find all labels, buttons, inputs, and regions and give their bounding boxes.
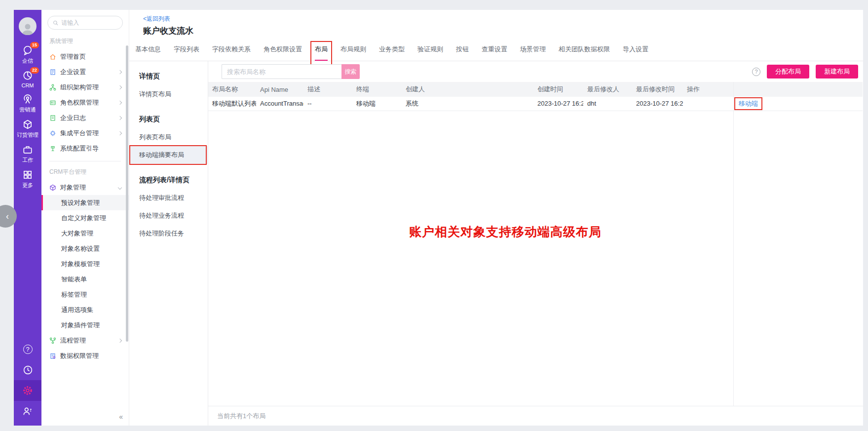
tab-validation-rules[interactable]: 验证规则 — [417, 38, 443, 61]
tab-field-list[interactable]: 字段列表 — [174, 38, 199, 61]
tab-layout-rules[interactable]: 布局规则 — [340, 38, 366, 61]
rail-item-qixin[interactable]: 15 企信 — [14, 42, 41, 67]
sidebar-item-smart-forms[interactable]: 智能表单 — [41, 272, 129, 287]
sidebar-search-input[interactable] — [61, 19, 117, 26]
cell-actions: 移动端 — [683, 97, 863, 111]
rail-item-label: 更多 — [22, 182, 33, 189]
sidebar-search[interactable] — [47, 16, 123, 30]
help-icon: ? — [23, 345, 33, 354]
rail-item-label: 企信 — [22, 57, 33, 65]
sidebar-item-data-permissions[interactable]: 数据权限管理 — [41, 348, 129, 363]
chevron-right-icon — [118, 100, 122, 104]
rail-item-crm[interactable]: 22 CRM — [14, 67, 41, 91]
annotation-box-mobile-action: 移动端 — [734, 97, 762, 110]
panel-item-detail-layout[interactable]: 详情页布局 — [129, 85, 208, 103]
building-icon — [49, 69, 56, 76]
cell-description: -- — [303, 97, 352, 111]
tab-buttons[interactable]: 按钮 — [456, 38, 469, 61]
person-silhouette-icon — [21, 22, 35, 35]
sidebar-item-flow-management[interactable]: 流程管理 — [41, 333, 129, 348]
tab-layout[interactable]: 布局 — [315, 38, 328, 61]
help-circle-icon[interactable]: ? — [752, 68, 760, 76]
rail-item-ordering[interactable]: 订货管理 — [14, 116, 41, 141]
sidebar-collapse-button[interactable]: « — [119, 413, 123, 421]
rail-item-label: 工作 — [22, 157, 33, 164]
rail-item-marketing[interactable]: 营销通 — [14, 91, 41, 116]
chevron-right-icon — [118, 85, 122, 89]
search-icon — [53, 20, 58, 26]
signpost-icon — [49, 145, 56, 152]
chevron-right-icon — [118, 116, 122, 119]
panel-item-pending-approval-flow[interactable]: 待处理审批流程 — [129, 189, 208, 207]
chevron-right-icon — [118, 131, 122, 135]
column-header-creator: 创建人 — [402, 82, 533, 97]
sidebar-item-tag-management[interactable]: 标签管理 — [41, 287, 129, 302]
sidebar-item-admin-home[interactable]: 管理首页 — [41, 49, 129, 64]
tab-dedup-settings[interactable]: 查重设置 — [482, 38, 507, 61]
panel-group-list-page: 列表页 — [129, 111, 208, 128]
table-footer: 当前共有1个布局 — [208, 406, 863, 426]
app-rail: 15 企信 22 CRM 营销通 订货管理 — [14, 10, 41, 426]
broadcast-icon — [22, 94, 33, 105]
panel-item-mobile-summary-layout[interactable]: 移动端摘要布局 — [129, 146, 208, 164]
column-header-layout-name: 布局名称 — [208, 82, 256, 97]
panel-item-pending-stage-task[interactable]: 待处理阶段任务 — [129, 225, 208, 242]
cell-created-time: 2023-10-27 16:29 — [533, 97, 583, 111]
panel-item-list-layout[interactable]: 列表页布局 — [129, 128, 208, 146]
assign-layout-button[interactable]: 分配布局 — [767, 65, 809, 78]
back-to-list-link[interactable]: <返回列表 — [143, 10, 170, 23]
sidebar-item-preset-objects[interactable]: 预设对象管理 — [41, 195, 129, 210]
sidebar-item-enterprise-log[interactable]: 企业日志 — [41, 110, 129, 125]
home-icon — [49, 53, 56, 60]
rail-item-work[interactable]: 工作 — [14, 141, 41, 166]
sidebar-item-org-structure[interactable]: 组织架构管理 — [41, 79, 129, 95]
history-button[interactable] — [14, 359, 41, 380]
sidebar-item-custom-objects[interactable]: 自定义对象管理 — [41, 210, 129, 226]
sidebar-item-big-objects[interactable]: 大对象管理 — [41, 226, 129, 241]
chip-icon — [49, 130, 56, 137]
mobile-action-link[interactable]: 移动端 — [739, 100, 758, 107]
tab-field-dependency[interactable]: 字段依赖关系 — [212, 38, 251, 61]
tab-business-type[interactable]: 业务类型 — [379, 38, 405, 61]
sidebar-item-object-templates[interactable]: 对象模板管理 — [41, 256, 129, 272]
column-header-modified-time: 最后修改时间 — [632, 82, 683, 97]
column-header-modifier: 最后修改人 — [583, 82, 632, 97]
sidebar-item-object-naming[interactable]: 对象名称设置 — [41, 241, 129, 256]
sidebar-item-object-management[interactable]: 对象管理 — [41, 180, 129, 195]
table-row: 移动端默认列表页 AccountTransactionFl... -- 移动端 … — [208, 97, 863, 111]
sidebar-item-role-permissions[interactable]: 角色权限管理 — [41, 95, 129, 110]
sidebar-item-object-plugins[interactable]: 对象插件管理 — [41, 317, 129, 333]
help-button[interactable]: ? — [14, 339, 41, 359]
rail-item-label: CRM — [21, 82, 34, 88]
tab-related-team-permissions[interactable]: 相关团队数据权限 — [559, 38, 610, 61]
sidebar-item-integration-platform[interactable]: 集成平台管理 — [41, 125, 129, 141]
org-tree-icon — [49, 84, 56, 91]
page-title: 账户收支流水 — [143, 25, 863, 37]
sidebar-item-system-config-guide[interactable]: 系统配置引导 — [41, 141, 129, 156]
admin-contacts-button[interactable] — [14, 401, 41, 422]
chevron-right-icon — [118, 338, 122, 342]
layout-table: 布局名称 Api Name 描述 终端 创建人 创建时间 最后修改人 最后修改时… — [208, 82, 863, 111]
rail-item-label: 营销通 — [20, 106, 36, 114]
search-button[interactable]: 搜索 — [341, 64, 360, 79]
rail-item-label: 订货管理 — [17, 131, 38, 139]
sidebar-item-enterprise-settings[interactable]: 企业设置 — [41, 64, 129, 79]
tab-import-settings[interactable]: 导入设置 — [623, 38, 648, 61]
settings-button[interactable] — [14, 380, 41, 401]
tab-scene-management[interactable]: 场景管理 — [520, 38, 546, 61]
panel-item-pending-business-flow[interactable]: 待处理业务流程 — [129, 207, 208, 225]
create-layout-button[interactable]: 新建布局 — [816, 65, 858, 78]
sidebar-scrollbar[interactable] — [126, 45, 128, 342]
object-header: <返回列表 账户收支流水 — [129, 10, 863, 38]
layout-type-panel: 详情页 详情页布局 列表页 列表页布局 移动端摘要布局 流程列表/详情页 待处理… — [129, 61, 208, 426]
sidebar-item-common-option-sets[interactable]: 通用选项集 — [41, 302, 129, 317]
rail-item-more[interactable]: 更多 — [14, 166, 41, 192]
tab-basic-info[interactable]: 基本信息 — [135, 38, 161, 61]
cell-terminal: 移动端 — [352, 97, 402, 111]
avatar[interactable] — [19, 17, 37, 35]
panel-group-detail-page: 详情页 — [129, 68, 208, 85]
tab-role-permission[interactable]: 角色权限设置 — [264, 38, 302, 61]
object-cube-icon — [49, 184, 56, 191]
app-window: 15 企信 22 CRM 营销通 订货管理 — [14, 10, 863, 426]
layout-search-input[interactable] — [222, 64, 341, 79]
